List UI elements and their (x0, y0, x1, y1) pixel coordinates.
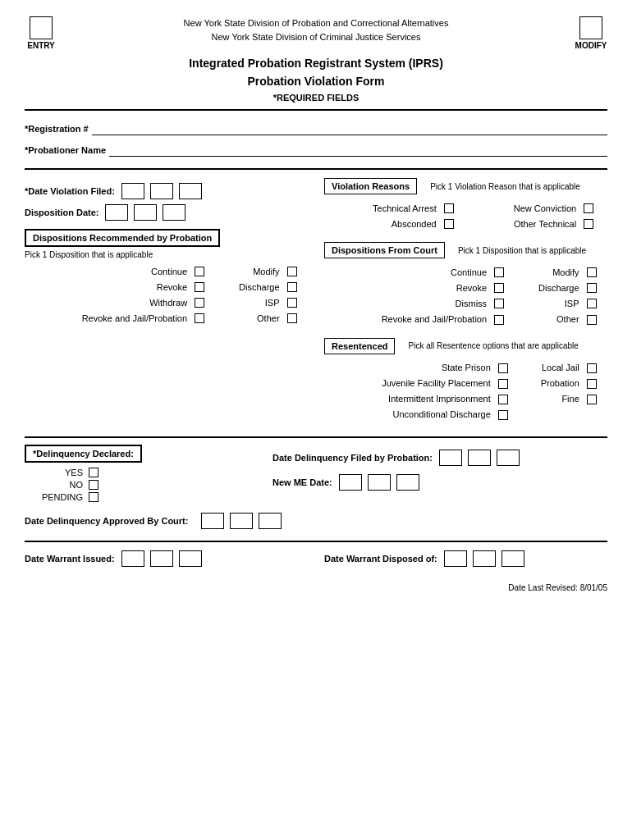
table-row: Absconded Other Technical (326, 217, 606, 231)
no-checkbox[interactable] (89, 480, 98, 490)
modify-corner: MODIFY (575, 16, 607, 50)
disp-prob-withdraw-check[interactable] (190, 295, 213, 309)
disp-date-box1[interactable] (105, 204, 128, 221)
dc-revokejail-check[interactable] (490, 312, 513, 326)
footer: Date Last Revised: 8/01/05 (25, 583, 607, 592)
approved-box3[interactable] (259, 513, 282, 529)
re-unconditional-check[interactable] (494, 408, 517, 422)
dc-modify-check[interactable] (583, 265, 606, 279)
dc-other-check[interactable] (583, 312, 606, 326)
no-item: NO (33, 480, 98, 490)
warrant-issued-box2[interactable] (150, 550, 173, 567)
divider-4 (25, 541, 607, 542)
dispositions-court-section: Dispositions From Court Pick 1 Dispositi… (324, 242, 607, 327)
table-row: Revoke Discharge (326, 281, 606, 294)
approved-box2[interactable] (230, 513, 253, 529)
resentenced-table: State Prison Local Jail Juvenile Facilit… (324, 359, 607, 423)
violation-reasons-section: Violation Reasons Pick 1 Violation Reaso… (324, 178, 607, 194)
date-violation-box3[interactable] (179, 183, 202, 199)
re-probation-check[interactable] (583, 377, 606, 390)
agency-header: New York State Division of Probation and… (57, 16, 575, 43)
registration-input[interactable] (92, 122, 607, 135)
form-title-line1: Integrated Probation Registrant System (… (25, 57, 607, 70)
vr-tech-arrest-label: Technical Arrest (326, 201, 438, 215)
disp-prob-revoke-label: Revoke (26, 280, 189, 294)
entry-label: ENTRY (25, 41, 57, 50)
re-state-prison-check[interactable] (494, 361, 517, 375)
yes-checkbox[interactable] (89, 468, 98, 477)
disp-date-box3[interactable] (163, 204, 185, 221)
re-fine-check[interactable] (583, 392, 606, 406)
warrant-issued-label: Date Warrant Issued: (25, 554, 115, 564)
date-approved-boxes (199, 513, 283, 529)
vr-absconded-check[interactable] (440, 217, 466, 231)
warrant-section: Date Warrant Issued: Date Warrant Dispos… (25, 550, 607, 567)
disp-date-box2[interactable] (134, 204, 157, 221)
warrant-issued-box1[interactable] (121, 550, 144, 567)
dc-discharge-check[interactable] (583, 281, 606, 294)
dispositions-court-heading: Dispositions From Court (324, 242, 445, 258)
vr-new-conviction-check[interactable] (579, 201, 606, 215)
probationer-input[interactable] (109, 144, 607, 157)
warrant-issued-box3[interactable] (179, 550, 202, 567)
re-juv-facility-check[interactable] (494, 377, 517, 390)
re-unconditional-label: Unconditional Discharge (326, 408, 492, 422)
dc-continue-label: Continue (326, 265, 488, 279)
disposition-date-boxes (103, 204, 187, 221)
table-row: Continue Modify (26, 264, 306, 278)
divider-1 (25, 109, 607, 111)
table-row: Revoke and Jail/Probation Other (326, 312, 606, 326)
disposition-date-label: Disposition Date: (25, 208, 98, 217)
table-row: Withdraw ISP (26, 295, 306, 309)
pending-label: PENDING (42, 492, 83, 502)
left-column: *Date Violation Filed: Disposition Date:… (25, 178, 308, 423)
new-me-box2[interactable] (368, 474, 391, 491)
re-juv-facility-label: Juvenile Facility Placement (326, 377, 492, 390)
delinq-date-box1[interactable] (439, 450, 462, 466)
delinq-date-box3[interactable] (497, 450, 520, 466)
dc-continue-check[interactable] (490, 265, 513, 279)
approved-box1[interactable] (201, 513, 224, 529)
modify-label: MODIFY (575, 41, 607, 50)
resentenced-heading: Resentenced (324, 338, 395, 354)
table-row: Intermittent Imprisonment Fine (326, 392, 606, 406)
disp-prob-isp-check[interactable] (283, 295, 306, 309)
resentenced-section: Resentenced Pick all Resentence options … (324, 338, 607, 423)
disp-prob-discharge-check[interactable] (283, 280, 306, 294)
date-violation-label: *Date Violation Filed: (25, 186, 115, 196)
pending-checkbox[interactable] (89, 492, 98, 502)
agency-line1: New York State Division of Probation and… (57, 16, 575, 30)
delinq-date-box2[interactable] (468, 450, 491, 466)
disp-prob-revokejail-check[interactable] (190, 311, 213, 325)
divider-3 (25, 436, 607, 438)
warrant-disposed-box3[interactable] (501, 550, 524, 567)
vr-absconded-label: Absconded (326, 217, 438, 231)
date-violation-box2[interactable] (150, 183, 173, 199)
delinquency-right: Date Delinquency Filed by Probation: New… (272, 445, 607, 504)
table-row: Unconditional Discharge (326, 408, 606, 422)
dc-isp-check[interactable] (583, 296, 606, 310)
disp-prob-continue-label: Continue (26, 264, 189, 278)
vr-tech-arrest-check[interactable] (440, 201, 466, 215)
delinquency-left: *Delinquency Declared: YES NO PENDING (25, 445, 248, 504)
disp-prob-other-check[interactable] (283, 311, 306, 325)
main-two-col: *Date Violation Filed: Disposition Date:… (25, 178, 607, 423)
new-me-box1[interactable] (339, 474, 362, 491)
date-violation-box1[interactable] (121, 183, 144, 199)
new-me-box3[interactable] (396, 474, 419, 491)
disp-prob-continue-check[interactable] (190, 264, 213, 278)
revised-date: Date Last Revised: 8/01/05 (508, 583, 607, 592)
dispositions-prob-note: Pick 1 Disposition that is applicable (25, 250, 308, 259)
disp-prob-modify-check[interactable] (283, 264, 306, 278)
re-intermittent-check[interactable] (494, 392, 517, 406)
dc-modify-label: Modify (515, 265, 580, 279)
right-column: Violation Reasons Pick 1 Violation Reaso… (324, 178, 607, 423)
warrant-disposed-box2[interactable] (473, 550, 496, 567)
pending-item: PENDING (33, 492, 98, 502)
warrant-disposed-box1[interactable] (444, 550, 467, 567)
disp-prob-revoke-check[interactable] (190, 280, 213, 294)
dc-dismiss-check[interactable] (490, 296, 513, 310)
vr-other-tech-check[interactable] (579, 217, 606, 231)
re-local-jail-check[interactable] (583, 361, 606, 375)
dc-revoke-check[interactable] (490, 281, 513, 294)
